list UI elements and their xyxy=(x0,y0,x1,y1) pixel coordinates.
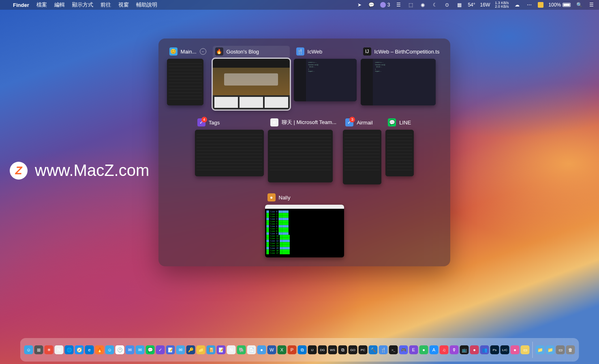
dock-webstorm-icon[interactable]: WS xyxy=(328,345,337,354)
dock-intellij-icon[interactable]: IJ xyxy=(308,345,317,354)
dock-ppt-icon[interactable]: P xyxy=(288,345,297,354)
switcher-item-airmail[interactable]: ✓3Airmail xyxy=(343,117,381,184)
window-thumbnail[interactable]: ██ line 0 ██████████ line 1 ██████████ l… xyxy=(265,205,344,257)
dock-teams-icon[interactable]: 👥 xyxy=(480,345,489,354)
dock-appcode-icon[interactable]: ⧉ xyxy=(338,345,347,354)
dock-1pass-icon[interactable]: 🔑 xyxy=(186,345,195,354)
menubar-icon-4[interactable]: ▦ xyxy=(456,1,463,9)
dock-firefox-icon[interactable]: 🔥 xyxy=(95,345,104,354)
dock-bear-icon[interactable]: 📝 xyxy=(217,345,226,354)
creative-cloud-icon[interactable]: ◉ xyxy=(419,1,426,9)
dock-vscode-icon[interactable]: ⧉ xyxy=(298,345,307,354)
switcher-item-intellij[interactable]: IJIcWeb – BirthCompetition.tsconst x = .… xyxy=(361,46,442,109)
dock-podcast-icon[interactable]: 🎙 xyxy=(450,345,459,354)
dock-folder1-icon[interactable]: 📁 xyxy=(197,345,205,354)
menu-edit[interactable]: 編輯 xyxy=(54,1,65,9)
dock-notion2-icon[interactable]: N xyxy=(227,345,236,354)
close-icon[interactable]: − xyxy=(200,48,206,55)
switcher-item-tags[interactable]: ✓4Tags xyxy=(195,117,264,184)
switcher-item-nally[interactable]: ●Nally██ line 0 ██████████ line 1 ██████… xyxy=(265,192,344,257)
dock-folder-blue2-icon[interactable]: 📁 xyxy=(546,345,555,354)
dock-notes-icon[interactable]: 📝 xyxy=(166,345,175,354)
dock-appstore-icon[interactable]: A xyxy=(430,345,439,354)
switcher-item-teams[interactable]: e聊天 | Microsoft Team... xyxy=(268,117,339,184)
menubar-icon-2[interactable]: ☾ xyxy=(431,1,439,9)
dock-spark-icon[interactable]: ✉ xyxy=(176,345,185,354)
dock-excel-icon[interactable]: X xyxy=(278,345,287,354)
dock-music-icon[interactable]: ♫ xyxy=(440,345,449,354)
control-center-icon[interactable]: ☰ xyxy=(588,1,595,9)
switcher-item-main[interactable]: 😊Main...− xyxy=(167,46,209,109)
power-reading[interactable]: 16W xyxy=(480,2,490,8)
dock-edge2-icon[interactable]: e xyxy=(85,345,94,354)
dock-app-blue-icon[interactable]: ● xyxy=(257,345,266,354)
dock-screenshot-icon[interactable]: ▭ xyxy=(556,345,565,354)
more-icon[interactable]: ⋯ xyxy=(526,1,533,9)
dock-app-red-icon[interactable]: ● xyxy=(470,345,479,354)
window-thumbnail[interactable] xyxy=(213,59,290,109)
dock-mail-icon[interactable]: ✉ xyxy=(136,345,145,354)
dock-tv-icon[interactable]: 📺 xyxy=(460,345,469,354)
menu-view[interactable]: 顯示方式 xyxy=(72,1,93,9)
temp-reading[interactable]: 54° xyxy=(468,2,475,8)
window-thumbnail[interactable]: const x = ...function run(){ return ...}… xyxy=(294,59,357,101)
dock-launchpad-icon[interactable]: ⊞ xyxy=(34,345,43,354)
dock-app1-icon[interactable]: ☀ xyxy=(45,345,53,354)
window-thumbnail[interactable] xyxy=(167,59,203,105)
battery-status[interactable]: 100% xyxy=(548,2,571,8)
menubar-icon-3[interactable]: ⊙ xyxy=(443,1,451,9)
menu-file[interactable]: 檔案 xyxy=(36,1,47,9)
menubar-app-name[interactable]: Finder xyxy=(13,2,29,8)
menubar-icon-1[interactable]: ☰ xyxy=(395,1,402,9)
dock-clock-icon[interactable]: 🕐 xyxy=(116,345,124,354)
window-thumbnail[interactable] xyxy=(385,130,414,176)
dock-drafts-icon[interactable]: 📄 xyxy=(247,345,256,354)
dock-discord-icon[interactable]: 🎮 xyxy=(399,345,408,354)
dock-terminal-icon[interactable]: >_ xyxy=(389,345,398,354)
dock-datagrip-icon[interactable]: DG xyxy=(318,345,327,354)
window-thumbnail[interactable] xyxy=(195,130,264,176)
line-menubar-icon[interactable]: 💬 xyxy=(368,1,375,9)
dock-fork-icon[interactable]: 🍴 xyxy=(379,345,388,354)
dock-safari-icon[interactable]: 🧭 xyxy=(75,345,84,354)
dock-goland-icon[interactable]: GO xyxy=(349,345,357,354)
dock-emacs-icon[interactable]: E xyxy=(409,345,418,354)
spotlight-icon[interactable]: 🔍 xyxy=(575,1,583,9)
window-thumbnail[interactable] xyxy=(343,130,381,184)
switcher-label: Goston's Blog xyxy=(227,49,259,55)
network-stats[interactable]: 1.3 KB/s 2.0 KB/s xyxy=(495,1,509,9)
dock-notion-icon[interactable]: N xyxy=(55,345,64,354)
dock-pycharm-icon[interactable]: PC xyxy=(359,345,368,354)
dock-word-icon[interactable]: W xyxy=(267,345,276,354)
window-thumbnail[interactable] xyxy=(268,130,333,182)
switcher-item-firefox[interactable]: 🔥Goston's Blog xyxy=(213,46,290,109)
dock-app-face-icon[interactable]: ☺ xyxy=(105,345,114,354)
dock-app-pink-icon[interactable]: ● xyxy=(511,345,520,354)
dock-finder-icon[interactable]: ☺ xyxy=(24,345,33,354)
dropbox-icon[interactable]: ⬚ xyxy=(407,1,414,9)
menu-window[interactable]: 視窗 xyxy=(118,1,129,9)
menu-help[interactable]: 輔助說明 xyxy=(136,1,157,9)
dock-things-icon[interactable]: ✓ xyxy=(156,345,165,354)
dock-app-green-icon[interactable]: ● xyxy=(419,345,428,354)
dock-line-icon[interactable]: 💬 xyxy=(146,345,155,354)
dock-edge-icon[interactable]: 🌐 xyxy=(65,345,74,354)
switcher-item-icweb[interactable]: 🍴IcWebconst x = ...function run(){ retur… xyxy=(294,46,357,109)
dock-xcode-icon[interactable]: 🔨 xyxy=(369,345,378,354)
dock-folder-blue-icon[interactable]: 📁 xyxy=(536,345,545,354)
dock-evernote-icon[interactable]: 🐘 xyxy=(237,345,246,354)
dock-trash-icon[interactable]: 🗑 xyxy=(566,345,575,354)
menubar-icon-5[interactable] xyxy=(538,2,543,8)
switcher-item-line[interactable]: 💬LINE xyxy=(385,117,414,184)
status-count[interactable]: 3 xyxy=(380,2,390,8)
dock-lrc-icon[interactable]: LrC xyxy=(501,345,509,354)
window-thumbnail[interactable]: const x = ...function run(){ return ...}… xyxy=(361,59,436,105)
switcher-label: Nally xyxy=(279,195,291,201)
cloud-icon[interactable]: ☁ xyxy=(513,1,521,9)
dock-app-card-icon[interactable]: ▭ xyxy=(521,345,530,354)
dock-airmail-icon[interactable]: ✉ xyxy=(126,345,135,354)
menu-go[interactable]: 前往 xyxy=(101,1,111,9)
location-icon[interactable]: ➤ xyxy=(356,1,363,9)
dock-day1-icon[interactable]: 📔 xyxy=(207,345,216,354)
dock-ps-icon[interactable]: Ps xyxy=(490,345,499,354)
